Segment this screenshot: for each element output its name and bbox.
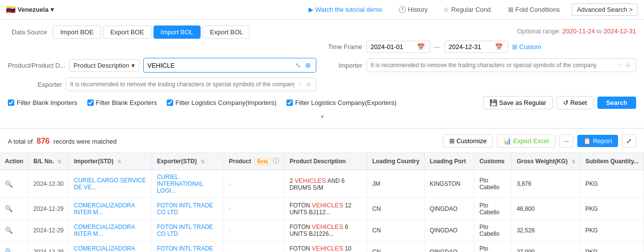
col-exporter[interactable]: Exporter(STD) ⇅ <box>152 153 224 170</box>
datasource-label: Data Source <box>8 28 47 36</box>
action-cell[interactable]: 🔍 <box>0 198 28 220</box>
exporter-input-wrap[interactable]: ⤡ ⊕ <box>66 77 316 91</box>
col-gross-weight[interactable]: Gross Weight(KG) ⇅ <box>512 153 580 170</box>
calendar-icon: 📅 <box>417 43 425 50</box>
product-cell: - <box>224 198 284 220</box>
optional-range-label: Optional range: <box>517 27 561 35</box>
star-icon: ☆ <box>443 6 449 13</box>
filter-blank-exporters-input[interactable] <box>87 100 94 106</box>
search-button[interactable]: Search <box>597 97 636 109</box>
custom-button[interactable]: ⊞ Custom <box>512 43 541 50</box>
filter-logistics-exporters-input[interactable] <box>286 100 293 106</box>
search-action-icon[interactable]: 🔍 <box>5 227 13 234</box>
exporter-cell[interactable]: FOTON INTL TRADE CO LTD <box>152 198 224 220</box>
exporter-cell[interactable]: CURIEL INTERNATIONAL LOGI... <box>152 170 224 198</box>
col-description: Product Description <box>284 153 367 170</box>
filter-logistics-exporters-label: Filter Logistics Company(Exporters) <box>295 99 397 106</box>
importer-cell[interactable]: COMERCIALIZADORA INTER M... <box>69 198 152 220</box>
country-selector[interactable]: 🇻🇪 Venezuela ▾ <box>6 5 54 14</box>
search-action-icon[interactable]: 🔍 <box>5 205 13 212</box>
history-icon: 🕐 <box>398 6 406 13</box>
timeframe-end-field[interactable] <box>449 43 493 50</box>
tutorial-link[interactable]: ▶ Watch the tutorial demo <box>305 4 386 15</box>
product-input-wrap[interactable]: ⤡ ⊕ <box>143 58 316 73</box>
product-camera-icon[interactable]: ⊕ <box>304 60 312 70</box>
export-excel-button[interactable]: 📊 Export Excel <box>497 134 555 148</box>
export-excel-label: Export Excel <box>513 137 549 145</box>
filter-blank-importers-checkbox[interactable]: Filter Blank Importers <box>8 99 77 106</box>
loading-country-cell: CN <box>367 241 425 252</box>
product-expand-icon[interactable]: ⤡ <box>294 60 302 70</box>
filter-blank-importers-input[interactable] <box>8 100 14 106</box>
customs-cell: Pto Cabello <box>474 198 512 220</box>
col-importer[interactable]: Importer(STD) ⇅ <box>69 153 152 170</box>
action-cell[interactable]: 🔍 <box>0 170 28 198</box>
filter-logistics-importers-input[interactable] <box>167 100 173 106</box>
product-type-select[interactable]: Product Description ▾ <box>69 59 139 72</box>
gross-weight-cell: 27,000 <box>512 241 580 252</box>
customize-label: Customize <box>457 137 487 145</box>
search-action-icon[interactable]: 🔍 <box>5 248 13 252</box>
search-action-icon[interactable]: 🔍 <box>5 180 13 188</box>
more-options-button[interactable]: ··· <box>559 134 573 148</box>
exporter-cell[interactable]: FOTON INTL TRADE CO LTD <box>152 220 224 241</box>
fold-conditions-link[interactable]: ⊞ Fold Conditions <box>504 4 564 15</box>
col-bl-no[interactable]: B/L No. ⇅ <box>28 153 69 170</box>
action-cell[interactable]: 🔍 <box>0 241 28 252</box>
datasource-tab-export-bol[interactable]: Export BOL <box>203 25 250 39</box>
timeframe-end-input[interactable]: 📅 <box>444 41 508 53</box>
table-row: 🔍2024-12-29COMERCIALIZADORA INTER M...FO… <box>0 241 644 252</box>
customize-button[interactable]: ⊞ Customize <box>443 134 493 148</box>
importer-camera-icon[interactable]: ⊕ <box>625 61 632 70</box>
importer-field[interactable] <box>371 62 615 69</box>
importer-cell[interactable]: COMERCIALIZADORA INTER M... <box>69 241 152 252</box>
subitem-qty-cell: PKG <box>580 220 644 241</box>
select-chevron-icon: ▾ <box>131 62 135 69</box>
importer-expand-icon[interactable]: ⤡ <box>616 61 623 70</box>
exporter-field[interactable] <box>70 81 294 88</box>
reset-button[interactable]: ↺ Reset <box>557 96 593 109</box>
results-actions: ⊞ Customize 📊 Export Excel ··· 📋 Report … <box>443 134 636 148</box>
bl-no-cell: 2024-12-30 <box>28 170 69 198</box>
table-row: 🔍2024-12-29COMERCIALIZADORA INTER M...FO… <box>0 220 644 241</box>
filter-blank-exporters-checkbox[interactable]: Filter Blank Exporters <box>87 99 157 106</box>
product-cell: - <box>224 241 284 252</box>
product-search-field[interactable] <box>148 62 292 69</box>
collapse-row: ▾ <box>8 111 636 122</box>
expand-button[interactable]: ⤢ <box>622 134 636 148</box>
col-loading-port: Loading Port <box>425 153 474 170</box>
date-separator: — <box>434 43 440 50</box>
advanced-search-button[interactable]: Advanced Search > <box>571 3 638 16</box>
exporter-camera-icon[interactable]: ⊕ <box>305 80 312 89</box>
importer-cell[interactable]: COMERCIALIZADORA INTER M... <box>69 220 152 241</box>
filter-logistics-exporters-checkbox[interactable]: Filter Logistics Company(Exporters) <box>286 99 397 106</box>
timeframe-start-input[interactable]: 📅 <box>366 41 430 53</box>
customs-cell: Pto Cabello <box>474 170 512 198</box>
country-name: Venezuela <box>18 6 49 13</box>
customs-cell: Pto Cabello <box>474 220 512 241</box>
timeframe-start-field[interactable] <box>371 43 415 50</box>
importer-cell[interactable]: CURIEL CARGO SERVICE DE VE... <box>69 170 152 198</box>
customs-cell: Pto Cabello <box>474 241 512 252</box>
exporter-cell[interactable]: FOTON INTL TRADE CO LTD <box>152 241 224 252</box>
history-link[interactable]: 🕐 History <box>394 4 432 15</box>
action-cell[interactable]: 🔍 <box>0 220 28 241</box>
datasource-tab-export-boe[interactable]: Export BOE <box>103 25 152 39</box>
datasource-tab-import-boe[interactable]: Import BOE <box>53 25 101 39</box>
filter-blank-importers-label: Filter Blank Importers <box>17 99 77 106</box>
regular-cond-label: Regular Cond. <box>451 6 492 13</box>
filter-logistics-importers-checkbox[interactable]: Filter Logistics Company(Importers) <box>167 99 277 106</box>
reset-icon: ↺ <box>563 99 568 106</box>
collapse-button[interactable]: ▾ <box>321 113 324 120</box>
report-icon: 📋 <box>583 137 591 145</box>
tutorial-label: Watch the tutorial demo <box>315 6 383 13</box>
subitem-qty-cell: PKG <box>580 170 644 198</box>
datasource-tab-import-bol[interactable]: Import BOL <box>154 25 201 39</box>
fold-icon: ⊞ <box>508 6 514 13</box>
regular-cond-link[interactable]: ☆ Regular Cond. <box>439 4 496 15</box>
importer-input-wrap[interactable]: ⤡ ⊕ <box>366 58 637 72</box>
exporter-expand-icon[interactable]: ⤡ <box>296 80 303 89</box>
bl-no-cell: 2024-12-29 <box>28 198 69 220</box>
save-as-regular-button[interactable]: 💾 Save as Regular <box>483 96 553 109</box>
report-button[interactable]: 📋 Report <box>577 135 618 147</box>
